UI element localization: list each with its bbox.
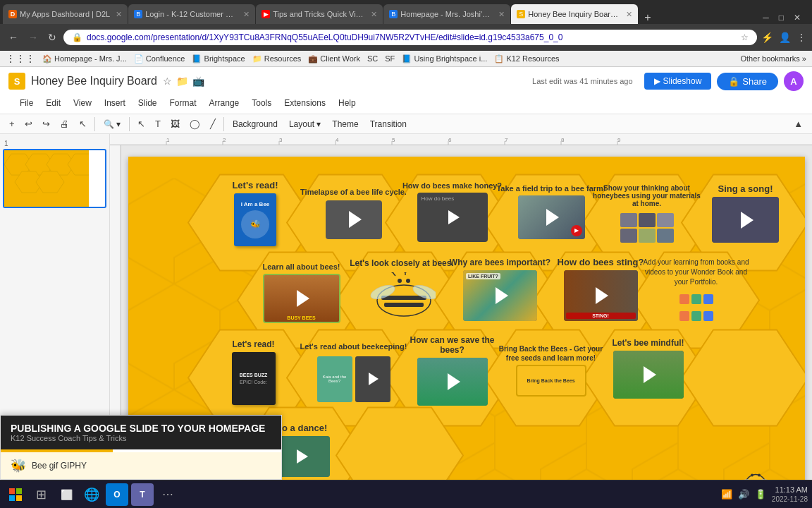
reload-button[interactable]: ↻ — [45, 30, 59, 44]
taskbar-icon-taskview[interactable]: ⬜ — [55, 483, 78, 506]
menu-help[interactable]: Help — [333, 95, 362, 111]
extensions-icon[interactable]: ⚡ — [761, 32, 773, 43]
book-cover-1[interactable]: I Am a Bee 🐝 — [234, 193, 276, 246]
toolbar-zoom-button[interactable]: 🔍 ▾ — [99, 117, 125, 131]
bookmark-brightspace[interactable]: 📘 Brightspace — [192, 54, 245, 64]
tab-2-close[interactable]: ✕ — [243, 10, 250, 19]
layout-button[interactable]: Layout ▾ — [285, 117, 325, 131]
bookmark-k12[interactable]: 📋 K12 Resources — [494, 54, 559, 64]
tab-4-close[interactable]: ✕ — [498, 10, 505, 19]
apps-icon[interactable]: ⋮⋮⋮ — [6, 53, 35, 64]
toolbar-image-button[interactable]: 🖼 — [167, 116, 183, 131]
background-button[interactable]: Background — [228, 117, 282, 131]
toolbar-undo-button[interactable]: ↩ — [21, 116, 36, 131]
minimize-button[interactable]: ─ — [758, 11, 773, 24]
taskbar-icon-teams[interactable]: T — [131, 483, 154, 506]
toolbar-shape-button[interactable]: ◯ — [186, 116, 204, 131]
tab-1[interactable]: D My Apps Dashboard | D2L ✕ — [3, 4, 128, 24]
menu-format[interactable]: Format — [164, 95, 202, 111]
video-thumb-important[interactable]: LIKE FRUIT? — [463, 270, 537, 321]
video-thumb-field-trip[interactable]: ▶ — [518, 195, 585, 239]
user-avatar[interactable]: A — [784, 71, 804, 91]
cast-icon[interactable]: 📺 — [192, 75, 204, 87]
menu-tools[interactable]: Tools — [246, 95, 277, 111]
new-tab-button[interactable]: + — [639, 11, 656, 24]
video-thumb-honey[interactable]: How do bees — [417, 193, 488, 242]
theme-button[interactable]: Theme — [328, 117, 362, 131]
taskbar-icon-more[interactable]: ⋯ — [156, 483, 179, 506]
tab-2[interactable]: B Login - K-12 Customer Success ✕ — [128, 4, 255, 24]
video-thumb-song[interactable] — [712, 197, 779, 243]
header-action-buttons: ▶ Slideshow 🔒 Share A — [644, 71, 804, 91]
browser-toolbar-icons: ⚡ 👤 ⋮ — [761, 32, 806, 43]
drive-icon[interactable]: 📁 — [176, 75, 188, 87]
menu-extensions[interactable]: Extensions — [278, 95, 331, 111]
video-thumb-sting[interactable]: STING! — [564, 270, 638, 321]
bookmark-client-work[interactable]: 💼 Client Work — [308, 54, 360, 64]
slide-thumbnail-1[interactable] — [3, 149, 106, 208]
bookmark-sf[interactable]: SF — [385, 54, 395, 63]
start-button[interactable] — [4, 483, 27, 506]
taskbar-icon-chrome[interactable]: 🌐 — [80, 483, 103, 506]
star-title-icon[interactable]: ☆ — [163, 75, 172, 87]
star-icon[interactable]: ☆ — [741, 32, 749, 42]
taskbar-icon-search[interactable]: ⊞ — [30, 483, 52, 506]
book-beekeeping[interactable]: Kaia and the Bees? — [317, 356, 352, 402]
slideshow-button[interactable]: ▶ Slideshow — [644, 73, 712, 90]
bookmark-other[interactable]: Other bookmarks » — [740, 54, 806, 63]
toolbar-redo-button[interactable]: ↪ — [39, 116, 54, 131]
bookmark-brightspace2[interactable]: 📘 Using Brightspace i... — [402, 54, 487, 64]
menu-view[interactable]: View — [68, 95, 97, 111]
battery-icon[interactable]: 🔋 — [755, 489, 766, 500]
video-thumb-mindful[interactable] — [613, 351, 684, 399]
video-thumb-save[interactable] — [417, 358, 488, 406]
tab-4[interactable]: B Homepage - Mrs. Joshi's Class... ✕ — [383, 4, 510, 24]
maximize-button[interactable]: □ — [775, 11, 788, 24]
share-button[interactable]: 🔒 Share — [717, 73, 778, 90]
bookmark-homepage[interactable]: 🏠 Homepage - Mrs. J... — [42, 54, 127, 64]
svg-point-56 — [758, 474, 761, 477]
video-thumb-timelapse[interactable] — [326, 200, 382, 239]
toolbar-select-button[interactable]: ↖ — [134, 116, 149, 131]
svg-text:4: 4 — [336, 137, 339, 143]
address-bar[interactable]: 🔒 docs.google.com/presentation/d/1XyY93T… — [63, 30, 757, 45]
menu-slide[interactable]: Slide — [133, 95, 163, 111]
bookmark-sc[interactable]: SC — [367, 54, 378, 63]
tab-1-favicon: D — [8, 10, 17, 18]
cell-title: Let's read! — [232, 180, 278, 190]
menu-edit[interactable]: Edit — [40, 95, 66, 111]
clock[interactable]: 11:13 AM 2022-11-28 — [772, 485, 808, 504]
toolbar: + ↩ ↪ 🖨 ↖ 🔍 ▾ ↖ T 🖼 ◯ ╱ Background Layou… — [0, 114, 812, 134]
presentation-title[interactable]: Honey Bee Inquiry Board — [31, 75, 157, 87]
toolbar-print-button[interactable]: 🖨 — [56, 116, 73, 131]
forward-button[interactable]: → — [25, 30, 41, 44]
profile-icon[interactable]: 👤 — [779, 32, 791, 43]
menu-insert[interactable]: Insert — [99, 95, 131, 111]
tab-3-close[interactable]: ✕ — [371, 10, 377, 19]
transition-button[interactable]: Transition — [366, 117, 411, 131]
taskbar-icon-outlook[interactable]: O — [106, 483, 128, 506]
bookmark-confluence[interactable]: 📄 Confluence — [134, 54, 185, 64]
book-cover-buzz[interactable]: BEES BUZZ EPIC! Code: — [232, 352, 276, 405]
volume-icon[interactable]: 🔊 — [738, 489, 749, 500]
link-bring-back[interactable]: Bring Back the Bees — [516, 365, 586, 397]
video-beekeeping[interactable] — [355, 356, 390, 402]
bookmark-resources[interactable]: 📁 Resources — [252, 54, 302, 64]
close-button[interactable]: ✕ — [789, 11, 805, 24]
toolbar-line-button[interactable]: ╱ — [207, 116, 219, 131]
settings-icon[interactable]: ⋮ — [796, 32, 806, 43]
tab-3[interactable]: ▶ Tips and Tricks Quick Videos do... ✕ — [256, 4, 383, 24]
toolbar-text-button[interactable]: T — [152, 116, 164, 131]
tab-1-close[interactable]: ✕ — [116, 10, 122, 19]
menu-file[interactable]: File — [14, 95, 39, 111]
video-thumb-learn[interactable]: BUSY BEES — [263, 274, 340, 323]
toolbar-collapse-button[interactable]: ▲ — [790, 116, 806, 131]
tab-1-label: My Apps Dashboard | D2L — [20, 10, 110, 18]
network-icon[interactable]: 📶 — [721, 489, 732, 500]
toolbar-add-button[interactable]: + — [6, 116, 18, 131]
toolbar-cursor-button[interactable]: ↖ — [75, 116, 90, 131]
menu-arrange[interactable]: Arrange — [204, 95, 245, 111]
tab-5-close[interactable]: ✕ — [626, 10, 632, 19]
tab-5[interactable]: S Honey Bee Inquiry Board - Goo... ✕ — [511, 4, 638, 24]
back-button[interactable]: ← — [6, 30, 21, 44]
